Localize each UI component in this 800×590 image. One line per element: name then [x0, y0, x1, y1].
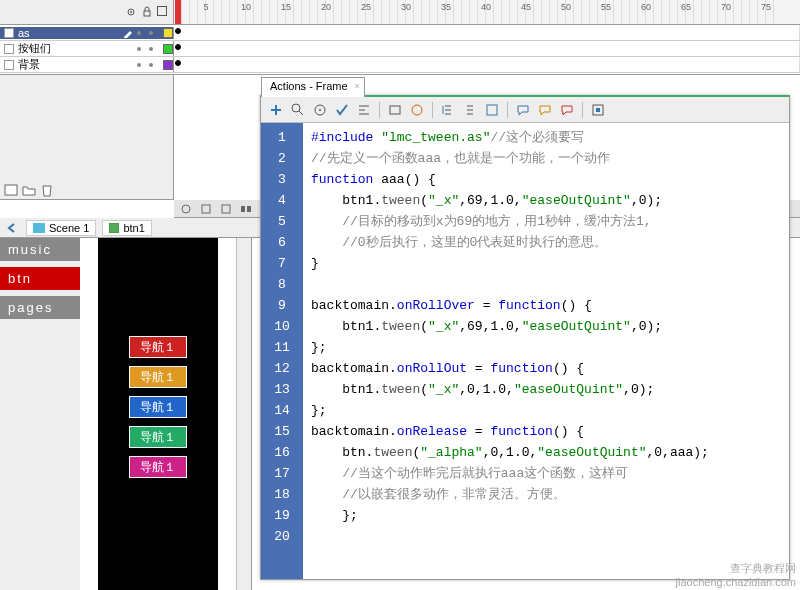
timeline-layers: as按钮们背景	[0, 25, 800, 75]
line-number: 15	[261, 421, 303, 442]
scene-icon	[33, 223, 45, 233]
new-layer-icon[interactable]	[4, 183, 18, 197]
line-number: 8	[261, 274, 303, 295]
layer-row[interactable]: 背景	[0, 57, 800, 73]
line-number: 2	[261, 148, 303, 169]
lib-folder-btn[interactable]: btn	[0, 267, 80, 290]
line-number: 1	[261, 127, 303, 148]
watermark: 查字典教程网 jiaocheng.chazidian.com	[676, 561, 796, 588]
check-syntax-icon[interactable]	[335, 103, 349, 117]
ruler-tick: 35	[441, 2, 451, 12]
line-number: 9	[261, 295, 303, 316]
edit-multi-icon[interactable]	[240, 203, 252, 215]
target-icon[interactable]	[313, 103, 327, 117]
svg-rect-3	[5, 185, 17, 195]
svg-point-15	[412, 105, 422, 115]
onion-skin-icon[interactable]	[200, 203, 212, 215]
nav-button[interactable]: 导航１	[129, 456, 187, 478]
actions-tab[interactable]: Actions - Frame ×	[261, 77, 365, 97]
code-editor[interactable]: #include "lmc_tween.as"//这个必须要写 //先定义一个函…	[303, 123, 789, 579]
timeline-ruler[interactable]: 51015202530354045505560657075	[174, 0, 800, 24]
svg-rect-9	[33, 223, 45, 233]
onion-outline-icon[interactable]	[220, 203, 232, 215]
back-arrow-icon[interactable]	[6, 222, 20, 234]
svg-rect-5	[202, 205, 210, 213]
line-number: 3	[261, 169, 303, 190]
add-script-icon[interactable]	[269, 103, 283, 117]
trash-icon[interactable]	[40, 183, 54, 197]
loop-icon[interactable]	[180, 203, 192, 215]
layer-frames[interactable]	[174, 25, 800, 40]
nav-button[interactable]: 导航１	[129, 426, 187, 448]
stage-scrollbar[interactable]	[236, 238, 251, 590]
layer-type-icon	[4, 28, 14, 38]
auto-format-icon[interactable]	[357, 103, 371, 117]
collapse-icon[interactable]	[441, 103, 455, 117]
watermark-line2: jiaocheng.chazidian.com	[676, 576, 796, 588]
lib-folder-pages[interactable]: pages	[0, 296, 80, 319]
apply-block-icon[interactable]	[485, 103, 499, 117]
lib-folder-music[interactable]: music	[0, 238, 80, 261]
stage-canvas[interactable]: 导航１导航１导航１导航１导航１	[98, 238, 218, 590]
ruler-tick: 70	[721, 2, 731, 12]
ruler-tick: 20	[321, 2, 331, 12]
eye-icon[interactable]	[125, 6, 137, 18]
toggle-comment-icon[interactable]	[560, 103, 574, 117]
layer-name: 背景	[18, 57, 133, 72]
line-number: 16	[261, 442, 303, 463]
svg-rect-16	[487, 105, 497, 115]
outline-icon[interactable]	[157, 6, 167, 16]
svg-point-1	[130, 11, 132, 13]
keyframe[interactable]	[175, 60, 181, 66]
code-area: 1234567891011121314151617181920 #include…	[261, 123, 789, 579]
ruler-tick: 5	[203, 2, 208, 12]
code-hint-icon[interactable]	[388, 103, 402, 117]
nav-button[interactable]: 导航１	[129, 366, 187, 388]
layer-frames[interactable]	[174, 57, 800, 72]
find-icon[interactable]	[291, 103, 305, 117]
timeline-layer-header	[0, 0, 174, 24]
ruler-tick: 40	[481, 2, 491, 12]
symbol-label: btn1	[123, 222, 144, 234]
line-number: 7	[261, 253, 303, 274]
ruler-tick: 55	[601, 2, 611, 12]
line-number: 11	[261, 337, 303, 358]
stage: 导航１导航１导航１导航１导航１	[80, 238, 252, 590]
ruler-tick: 10	[241, 2, 251, 12]
actions-toolbar	[261, 97, 789, 123]
svg-point-13	[319, 109, 321, 111]
uncomment-icon[interactable]	[538, 103, 552, 117]
line-number: 4	[261, 190, 303, 211]
layer-frames[interactable]	[174, 41, 800, 56]
symbol-icon	[109, 223, 119, 233]
comment-icon[interactable]	[516, 103, 530, 117]
close-icon[interactable]: ×	[354, 81, 359, 91]
layer-row[interactable]: as	[0, 25, 800, 41]
debug-options-icon[interactable]	[410, 103, 424, 117]
line-number: 14	[261, 400, 303, 421]
actions-tab-label: Actions - Frame	[270, 80, 348, 92]
actions-panel: Actions - Frame × 1234567891011121314151…	[260, 95, 790, 580]
layer-row[interactable]: 按钮们	[0, 41, 800, 57]
lock-icon[interactable]	[141, 6, 153, 18]
svg-rect-10	[109, 223, 119, 233]
keyframe[interactable]	[175, 44, 181, 50]
crumb-scene[interactable]: Scene 1	[26, 220, 96, 236]
nav-button[interactable]: 导航１	[129, 336, 187, 358]
ruler-tick: 15	[281, 2, 291, 12]
nav-button[interactable]: 导航１	[129, 396, 187, 418]
pencil-icon	[123, 28, 133, 38]
script-assist-icon[interactable]	[591, 103, 605, 117]
crumb-symbol[interactable]: btn1	[102, 220, 151, 236]
line-number: 6	[261, 232, 303, 253]
expand-icon[interactable]	[463, 103, 477, 117]
line-number: 17	[261, 463, 303, 484]
new-folder-icon[interactable]	[22, 183, 36, 197]
ruler-tick: 30	[401, 2, 411, 12]
timeline-header: 51015202530354045505560657075	[0, 0, 800, 25]
line-number: 12	[261, 358, 303, 379]
line-number: 13	[261, 379, 303, 400]
layers-panel-empty	[0, 75, 174, 200]
svg-rect-7	[241, 206, 245, 212]
keyframe[interactable]	[175, 28, 181, 34]
